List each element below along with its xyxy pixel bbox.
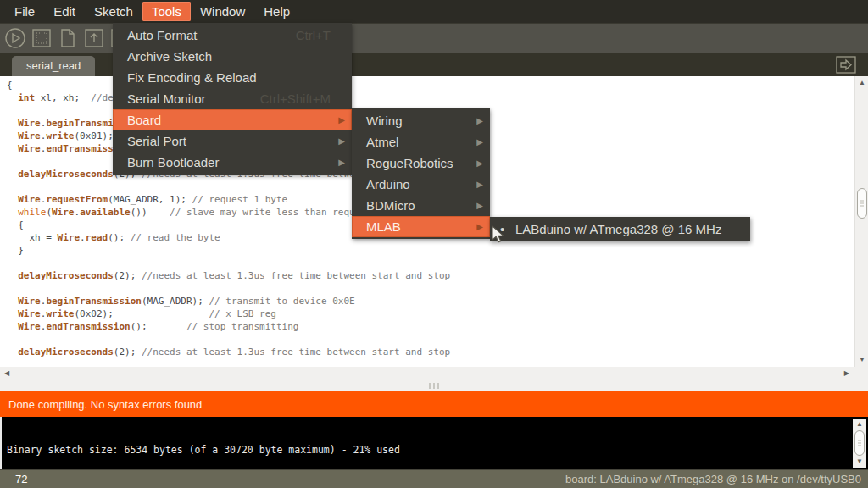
menubar-item-sketch[interactable]: Sketch [85,2,142,21]
menu-item-label: Serial Port [127,134,186,148]
submenu-arrow-icon: ▶ [338,109,345,130]
resize-grip-icon [429,383,439,389]
code-line: delayMicroseconds(2); //needs at least 1… [7,346,868,358]
vscroll-thumb[interactable] [857,188,867,219]
menu-item-label: Board [127,113,161,127]
board-menu-item-mlab[interactable]: MLAB▶ [352,216,490,237]
mlab-menu-item-labduino-w-atmega328-16-mhz[interactable]: •LABduino w/ ATmega328 @ 16 MHz [490,219,750,240]
footer-bar: 72 board: LABduino w/ ATmega328 @ 16 MHz… [0,469,868,488]
console-line: Binary sketch size: 6534 bytes (of a 307… [7,444,400,456]
arduino-ide-window: FileEditSketchToolsWindowHelp [0,0,868,488]
tools-menu-item-serial-port[interactable]: Serial Port▶ [113,130,352,152]
console-scroll-up-icon[interactable]: ▲ [856,421,863,428]
pane-resize-handle[interactable] [0,380,868,391]
code-line: Wire.beginTransmission(MAG_ADDR); // tra… [7,295,868,308]
tools-menu-item-board[interactable]: Board▶ [113,109,352,130]
menu-item-label: Wiring [366,114,403,128]
menubar-item-help[interactable]: Help [254,2,299,21]
verify-icon[interactable] [4,27,26,49]
submenu-arrow-icon: ▶ [476,110,483,131]
editor-horizontal-scrollbar[interactable]: ◀ ▶ [0,367,868,380]
status-bar: Done compiling. No syntax errors found [0,391,868,417]
menu-item-label: BDMicro [366,198,415,213]
menubar-item-tools[interactable]: Tools [142,2,191,21]
submenu-arrow-icon: ▶ [476,174,483,195]
code-line: Wire.endTransmission(); // stop transmit… [7,320,868,333]
menu-shortcut: Ctrl+Shift+M [260,88,331,109]
scroll-up-icon[interactable]: ▲ [859,80,865,86]
board-menu-item-bdmicro[interactable]: BDMicro▶ [352,195,490,216]
tools-menu-item-burn-bootloader[interactable]: Burn Bootloader▶ [113,152,352,173]
menu-item-label: Auto Format [127,28,198,42]
console-scroll-thumb[interactable] [854,430,865,456]
code-line: } [7,244,868,257]
submenu-arrow-icon: ▶ [338,130,345,152]
tools-menu-item-auto-format[interactable]: Auto FormatCtrl+T [113,25,352,46]
submenu-arrow-icon: ▶ [476,216,483,237]
tab-serial-read[interactable]: serial_read [12,56,95,76]
menu-item-label: Archive Sketch [127,49,212,64]
menubar-item-file[interactable]: File [5,2,44,21]
stop-icon[interactable] [31,27,53,49]
menu-item-label: Burn Bootloader [127,155,219,169]
mlab-submenu: •LABduino w/ ATmega328 @ 16 MHz [490,217,750,241]
submenu-arrow-icon: ▶ [476,152,483,174]
menu-item-label: MLAB [366,219,401,234]
board-menu-item-arduino[interactable]: Arduino▶ [352,174,490,195]
submenu-arrow-icon: ▶ [476,131,483,152]
board-menu-item-wiring[interactable]: Wiring▶ [352,110,490,131]
code-line [7,257,868,269]
serial-monitor-icon[interactable] [836,56,856,74]
mouse-cursor-icon [492,225,506,248]
menu-item-label: Atmel [366,135,398,149]
scroll-right-icon[interactable]: ▶ [844,370,849,377]
status-message: Done compiling. No syntax errors found [8,398,202,411]
menu-shortcut: Ctrl+T [296,25,331,46]
menubar-item-window[interactable]: Window [191,2,254,21]
board-menu-item-roguerobotics[interactable]: RogueRobotics▶ [352,152,490,174]
menubar-item-edit[interactable]: Edit [44,2,85,21]
console-output: Binary sketch size: 6534 bytes (of a 307… [0,417,868,469]
board-submenu: Wiring▶Atmel▶RogueRobotics▶Arduino▶BDMic… [352,108,490,239]
board-menu-item-atmel[interactable]: Atmel▶ [352,131,490,152]
scroll-down-icon[interactable]: ▼ [859,357,865,363]
tools-menu-item-archive-sketch[interactable]: Archive Sketch [113,46,352,67]
submenu-arrow-icon: ▶ [338,152,345,173]
menu-item-label: Serial Monitor [127,92,206,106]
scroll-left-icon[interactable]: ◀ [4,370,9,377]
menu-item-label: LABduino w/ ATmega328 @ 16 MHz [515,222,721,236]
new-sketch-icon[interactable] [57,27,79,49]
board-status: board: LABduino w/ ATmega328 @ 16 MHz on… [565,473,861,485]
menubar: FileEditSketchToolsWindowHelp [0,0,868,23]
editor-vertical-scrollbar[interactable]: ▲ ▼ [854,76,868,367]
line-number: 72 [15,473,27,485]
submenu-arrow-icon: ▶ [476,195,483,216]
tools-menu-item-fix-encoding-reload[interactable]: Fix Encoding & Reload [113,67,352,88]
code-line: delayMicroseconds(2); //needs at least 1… [7,269,868,282]
menu-item-label: RogueRobotics [366,156,453,170]
tools-menu-item-serial-monitor[interactable]: Serial MonitorCtrl+Shift+M [113,88,352,109]
menu-item-label: Arduino [366,177,410,191]
menu-item-label: Fix Encoding & Reload [127,70,257,85]
code-line: Wire.write(0x02); // x LSB reg [7,308,868,320]
code-line [7,333,868,346]
tools-menu: Auto FormatCtrl+TArchive SketchFix Encod… [113,23,352,175]
open-icon[interactable] [83,27,105,49]
console-scrollbar[interactable]: ▲ ▼ [853,419,866,468]
console-scroll-down-icon[interactable]: ▼ [856,458,863,465]
code-line [7,282,868,295]
